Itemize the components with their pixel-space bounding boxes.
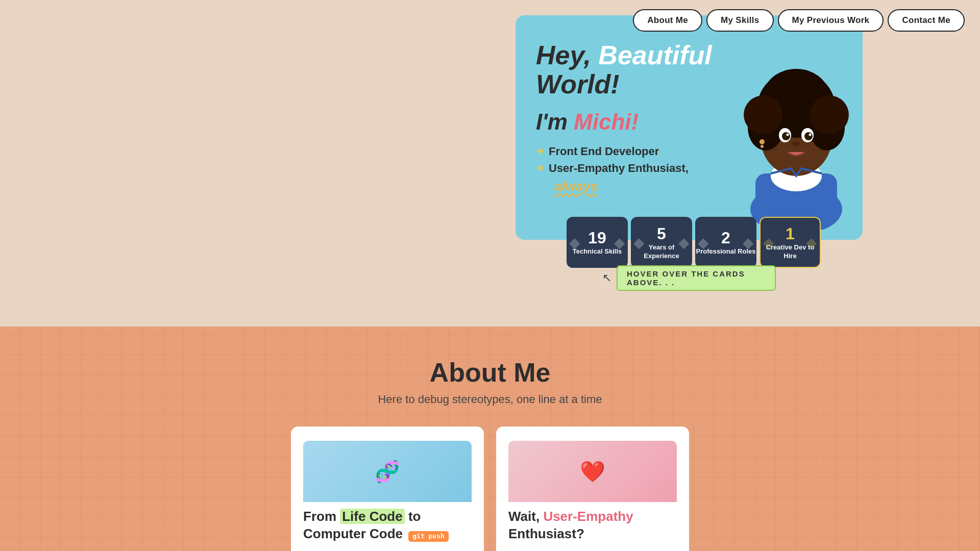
hero-section: Hey, Beautiful World! I'm Michi! ✦ Front… (516, 15, 863, 240)
stats-row: ◆ 19 Technical Skills ◆ ◆ 5 Years of Exp… (567, 217, 821, 268)
diamond-right-icon-3: ◆ (743, 234, 754, 251)
hero-role-1: ✦ Front End Developer (536, 143, 842, 160)
diamond-left-icon-4: ◆ (763, 234, 774, 251)
stat-card-creative-dev[interactable]: ◆ 1 Creative Dev to Hire ◆ (760, 217, 821, 268)
diamond-left-icon-3: ◆ (698, 234, 709, 251)
about-card-life-code: 🧬 From Life Code to Computer Code git pu… (291, 427, 484, 551)
hover-hint-text: HOVER OVER THE CARDS ABOVE. . . (617, 265, 776, 291)
diamond-right-icon-2: ◆ (678, 234, 690, 251)
card-illustration-right: ❤️ (508, 441, 677, 502)
about-title: About Me (10, 357, 970, 388)
nav-previous-work[interactable]: My Previous Work (778, 9, 884, 32)
hero-name-line: I'm Michi! (536, 109, 842, 135)
about-card-user-empathy: ❤️ Wait, User-EmpathyEnthusiast? Yup, it… (496, 427, 689, 551)
stat-number-4: 1 (786, 224, 795, 243)
about-card-title-1: From Life Code to Computer Code git push (303, 508, 472, 543)
nav-my-skills[interactable]: My Skills (706, 9, 773, 32)
hero-role-label-1: Front End Developer (549, 143, 659, 160)
hero-name: Michi! (574, 109, 639, 134)
about-cards: 🧬 From Life Code to Computer Code git pu… (291, 427, 689, 551)
about-card-title-2: Wait, User-EmpathyEnthusiast? (508, 508, 677, 543)
about-section: About Me Here to debug stereotypes, one … (0, 327, 980, 551)
diamond-left-icon-1: ◆ (569, 234, 580, 251)
stat-card-years-experience[interactable]: ◆ 5 Years of Experience ◆ (631, 217, 692, 268)
hero-greeting: Hey, Beautiful (536, 41, 842, 70)
card-illustration-left: 🧬 (303, 441, 472, 502)
hero-beautiful: Beautiful (598, 40, 712, 70)
nav-contact-me[interactable]: Contact Me (888, 9, 965, 32)
hero-always: always (536, 177, 842, 196)
stat-number-2: 5 (657, 224, 666, 243)
highlight-life-code: Life Code (340, 509, 404, 524)
cursor-icon: ↖ (602, 271, 611, 285)
stat-number-3: 2 (721, 229, 730, 247)
stat-card-professional-roles[interactable]: ◆ 2 Professional Roles ◆ (695, 217, 756, 268)
hero-role-2: ✦ User-Empathy Enthusiast, (536, 160, 842, 177)
hover-hint: ↖ HOVER OVER THE CARDS ABOVE. . . (602, 265, 776, 291)
stat-number-1: 19 (588, 229, 606, 247)
diamond-left-icon-2: ◆ (633, 234, 645, 251)
git-badge: git push (408, 531, 449, 542)
diamond-right-icon-1: ◆ (614, 234, 625, 251)
nav-about-me[interactable]: About Me (633, 9, 702, 32)
hero-roles: ✦ Front End Developer ✦ User-Empathy Ent… (536, 143, 842, 196)
stat-card-technical-skills[interactable]: ◆ 19 Technical Skills ◆ (567, 217, 628, 268)
diamond-right-icon-4: ◆ (806, 234, 817, 251)
hero-role-label-2: User-Empathy Enthusiast, (549, 160, 689, 177)
hero-always-text: always (554, 177, 598, 196)
navigation: About Me My Skills My Previous Work Cont… (618, 0, 980, 41)
hero-content: Hey, Beautiful World! I'm Michi! ✦ Front… (516, 15, 863, 196)
star-icon-1: ✦ (536, 144, 545, 159)
star-icon-2: ✦ (536, 161, 545, 176)
highlight-user-empathy: User-Empathy (543, 509, 633, 524)
hero-world: World! (536, 70, 842, 99)
about-subtitle: Here to debug stereotypes, one line at a… (10, 393, 970, 406)
